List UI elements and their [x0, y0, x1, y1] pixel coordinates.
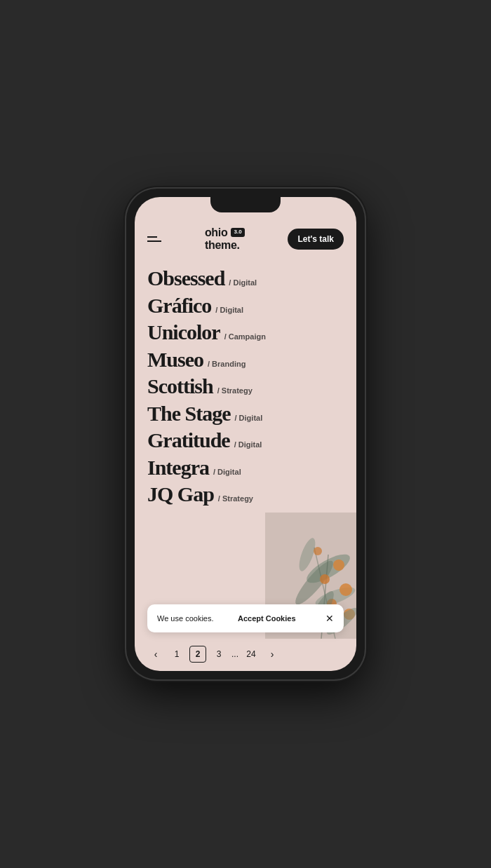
logo-name-bottom: theme. [205, 239, 245, 252]
project-item[interactable]: Obsessed/ Digital [147, 265, 344, 292]
svg-point-1 [303, 549, 354, 588]
cookie-banner: We use cookies. Accept Cookies ✕ [147, 604, 344, 632]
project-list-container: Obsessed/ DigitalGráfico/ DigitalUnicolo… [135, 259, 356, 639]
project-category: / Digital [234, 440, 262, 449]
project-name: Obsessed [147, 266, 224, 291]
svg-point-11 [344, 609, 355, 620]
project-item[interactable]: Integra/ Digital [147, 454, 344, 482]
svg-point-8 [320, 574, 330, 584]
svg-point-12 [314, 547, 322, 555]
svg-point-4 [296, 536, 318, 573]
pagination-prev[interactable]: ‹ [147, 646, 164, 663]
project-category: / Strategy [217, 386, 253, 395]
project-name: Gratitude [147, 428, 230, 453]
project-name: Scottish [147, 374, 213, 399]
logo-top: ohio 3.0 [205, 226, 245, 239]
project-name: The Stage [147, 402, 231, 426]
project-item[interactable]: The Stage/ Digital [147, 400, 344, 428]
pagination-next[interactable]: › [264, 646, 281, 663]
pagination-dots: ... [231, 649, 238, 659]
project-name: Unicolor [147, 320, 220, 345]
project-category: / Strategy [218, 494, 253, 503]
cookie-text: We use cookies. [157, 614, 214, 623]
close-cookie-banner-icon[interactable]: ✕ [325, 613, 334, 624]
pagination-page-1[interactable]: 1 [168, 646, 185, 663]
pagination-page-3[interactable]: 3 [210, 646, 227, 663]
logo-badge: 3.0 [231, 228, 244, 237]
project-category: / Digital [215, 306, 243, 315]
project-item[interactable]: Scottish/ Strategy [147, 373, 344, 400]
phone-screen: ohio 3.0 theme. Let's talk Obsessed/ Dig… [135, 197, 356, 671]
pagination-page-2[interactable]: 2 [189, 646, 206, 663]
project-name: Museo [147, 348, 203, 372]
project-category: / Campaign [224, 332, 266, 341]
project-name: JQ Gap [147, 482, 214, 507]
svg-point-7 [333, 560, 344, 571]
project-category: / Branding [208, 360, 246, 369]
project-item[interactable]: Museo/ Branding [147, 346, 344, 374]
project-item[interactable]: Gratitude/ Digital [147, 427, 344, 454]
notch [210, 197, 281, 212]
phone-shell: ohio 3.0 theme. Let's talk Obsessed/ Dig… [126, 189, 365, 679]
logo: ohio 3.0 theme. [205, 226, 245, 251]
accept-cookies-button[interactable]: Accept Cookies [238, 614, 296, 623]
project-category: / Digital [213, 468, 241, 477]
project-item[interactable]: Unicolor/ Campaign [147, 319, 344, 346]
svg-point-2 [291, 557, 338, 609]
project-item[interactable]: JQ Gap/ Strategy [147, 481, 344, 508]
logo-name-top: ohio [205, 226, 228, 239]
hamburger-menu-icon[interactable] [147, 236, 161, 242]
project-category: / Digital [229, 278, 257, 287]
lets-talk-button[interactable]: Let's talk [288, 229, 344, 250]
pagination: ‹ 1 2 3 ... 24 › [135, 639, 356, 671]
svg-point-9 [339, 583, 352, 596]
project-name: Gráfico [147, 294, 211, 318]
pagination-last-page[interactable]: 24 [243, 646, 260, 663]
phone-wrapper: ohio 3.0 theme. Let's talk Obsessed/ Dig… [126, 189, 365, 679]
project-item[interactable]: Gráfico/ Digital [147, 292, 344, 320]
project-list: Obsessed/ DigitalGráfico/ DigitalUnicolo… [147, 265, 344, 508]
project-name: Integra [147, 456, 209, 480]
project-category: / Digital [235, 414, 263, 423]
